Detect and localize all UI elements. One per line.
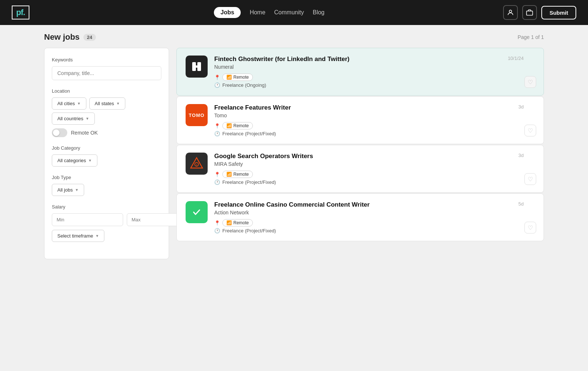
chevron-down-icon: ▼ (116, 101, 120, 106)
all-jobs-dropdown[interactable]: All jobs ▼ (52, 184, 84, 196)
chevron-down-icon: ▼ (77, 101, 81, 106)
save-job-button[interactable]: ♡ (524, 125, 536, 136)
page-info: Page 1 of 1 (517, 34, 544, 40)
job-title: Freelance Features Writer (214, 104, 535, 111)
salary-min-input[interactable] (52, 213, 123, 226)
svg-point-0 (509, 10, 512, 13)
job-title: Freelance Online Casino Commercial Conte… (214, 201, 535, 208)
job-date: 10/1/24 (508, 56, 524, 61)
location-row: 📍 📶 Remote (214, 74, 535, 81)
job-type-row: 🕐 Freelance (Project/Fixed) (214, 228, 535, 233)
remote-badge: 📶 Remote (222, 171, 253, 178)
numeral-logo-icon (190, 60, 203, 73)
main-nav: Jobs Home Community Blog (47, 7, 491, 18)
job-date: 5d (519, 201, 524, 207)
svg-rect-1 (527, 11, 533, 15)
wifi-icon: 📶 (226, 172, 232, 177)
page-title: New jobs 24 (44, 32, 96, 42)
remote-toggle[interactable] (52, 128, 67, 137)
job-type-text: Freelance (Project/Fixed) (222, 131, 276, 136)
briefcase-button[interactable] (522, 5, 537, 20)
location-row: 📍 📶 Remote (214, 122, 535, 129)
company-name: Action Network (214, 210, 535, 215)
profile-button[interactable] (503, 5, 518, 20)
sidebar: Keywords Location All cities ▼ All state… (44, 48, 169, 259)
clock-icon: 🕐 (214, 131, 220, 136)
save-job-button[interactable]: ♡ (524, 173, 536, 185)
tomo-logo-text: TOMO (189, 113, 205, 118)
salary-label: Salary (52, 204, 161, 210)
keywords-label: Keywords (52, 57, 161, 63)
job-category-filter: Job Category All categories ▼ (52, 145, 161, 167)
job-card[interactable]: Fintech Ghostwriter (for LinkedIn and Tw… (176, 48, 544, 96)
nav-blog[interactable]: Blog (313, 9, 325, 16)
logo-text: pf. (16, 8, 25, 17)
location-dropdowns: All cities ▼ All states ▼ (52, 97, 161, 110)
all-countries-label: All countries (57, 116, 83, 121)
job-type-filter: Job Type All jobs ▼ (52, 175, 161, 196)
location-row: 📍 📶 Remote (214, 171, 535, 178)
all-countries-dropdown[interactable]: All countries ▼ (52, 113, 95, 125)
job-type-row: 🕐 Freelance (Project/Fixed) (214, 179, 535, 185)
timeframe-dropdown[interactable]: Select timeframe ▼ (52, 230, 104, 242)
action-checkmark-icon (191, 206, 202, 218)
location-icon: 📍 (214, 123, 220, 129)
nav-community[interactable]: Community (274, 9, 304, 16)
timeframe-label: Select timeframe (57, 233, 93, 239)
job-meta: 📍 📶 Remote 🕐 Freelance (Project/Fixed) (214, 219, 535, 233)
main-content: Keywords Location All cities ▼ All state… (44, 48, 544, 259)
location-icon: 📍 (214, 172, 220, 177)
company-name: Tomo (214, 113, 535, 118)
location-row: 📍 📶 Remote (214, 219, 535, 226)
remote-toggle-row: Remote OK (52, 128, 161, 137)
remote-badge: 📶 Remote (222, 122, 253, 129)
job-type-text: Freelance (Project/Fixed) (222, 228, 276, 233)
wifi-icon: 📶 (226, 123, 232, 128)
all-cities-label: All cities (57, 101, 75, 106)
title-text: New jobs (44, 32, 80, 42)
wifi-icon: 📶 (226, 220, 232, 225)
briefcase-icon (526, 9, 533, 16)
mira-logo-icon: ! (189, 156, 204, 171)
location-filter: Location All cities ▼ All states ▼ All c… (52, 88, 161, 137)
svg-rect-4 (192, 65, 201, 68)
keywords-filter: Keywords (52, 57, 161, 80)
location-icon: 📍 (214, 220, 220, 226)
jobs-count-badge: 24 (83, 34, 96, 41)
job-type-label: Job Type (52, 175, 161, 180)
all-states-dropdown[interactable]: All states ▼ (89, 97, 126, 110)
job-meta: 📍 📶 Remote 🕐 Freelance (Project/Fixed) (214, 122, 535, 136)
job-info: Freelance Online Casino Commercial Conte… (214, 201, 535, 233)
job-card[interactable]: TOMO Freelance Features Writer Tomo 📍 📶 … (176, 96, 544, 144)
job-meta: 📍 📶 Remote 🕐 Freelance (Ongoing) (214, 74, 535, 88)
header: pf. Jobs Home Community Blog Submit (0, 0, 588, 25)
job-type-text: Freelance (Project/Fixed) (222, 179, 276, 185)
salary-filter: Salary Select timeframe ▼ (52, 204, 161, 242)
job-title: Fintech Ghostwriter (for LinkedIn and Tw… (214, 56, 535, 63)
user-icon (507, 9, 514, 16)
company-logo (186, 56, 208, 78)
job-card[interactable]: ! Google Search Operators Writers MIRA S… (176, 145, 544, 193)
job-card[interactable]: Freelance Online Casino Commercial Conte… (176, 193, 544, 241)
submit-button[interactable]: Submit (541, 6, 576, 19)
nav-jobs[interactable]: Jobs (214, 7, 241, 18)
nav-home[interactable]: Home (250, 9, 265, 16)
chevron-down-icon: ▼ (86, 117, 89, 121)
remote-label: Remote (233, 172, 249, 177)
save-job-button[interactable]: ♡ (524, 222, 536, 233)
salary-range (52, 213, 161, 226)
company-name: MIRA Safety (214, 161, 535, 167)
all-categories-dropdown[interactable]: All categories ▼ (52, 154, 97, 167)
chevron-down-icon: ▼ (88, 158, 92, 163)
all-cities-dropdown[interactable]: All cities ▼ (52, 97, 86, 110)
company-name: Numeral (214, 64, 535, 70)
page-header: New jobs 24 Page 1 of 1 (44, 32, 544, 42)
clock-icon: 🕐 (214, 228, 220, 233)
svg-text:!: ! (196, 163, 197, 167)
logo[interactable]: pf. (12, 6, 29, 19)
save-job-button[interactable]: ♡ (524, 76, 536, 88)
job-info: Fintech Ghostwriter (for LinkedIn and Tw… (214, 56, 535, 88)
company-logo: TOMO (186, 104, 208, 126)
keywords-input[interactable] (52, 66, 161, 80)
company-logo (186, 201, 208, 223)
